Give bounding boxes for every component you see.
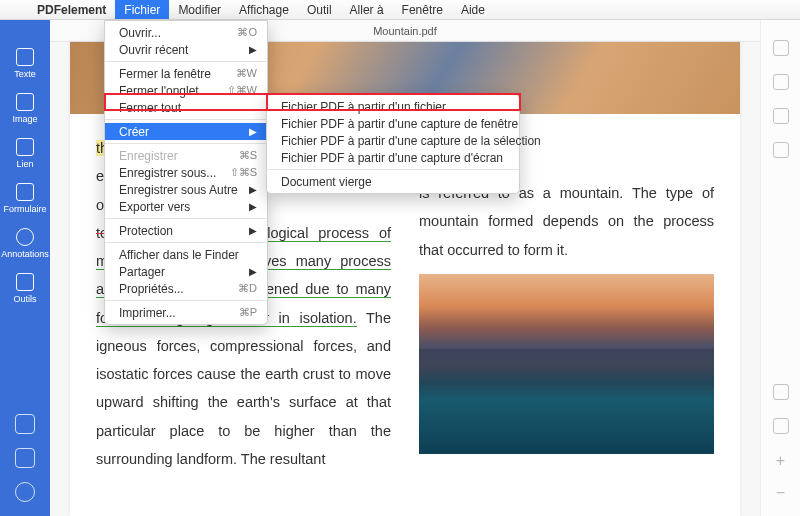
create-submenu-item[interactable]: Fichier PDF à partir d'une capture de la… — [267, 132, 519, 149]
menu-item-label: Créer — [119, 125, 149, 139]
menu-item-label: Protection — [119, 224, 173, 238]
menu-item-label: Fichier PDF à partir d'une capture d'écr… — [281, 151, 503, 165]
right-sidebar: + − — [760, 20, 800, 516]
form-tool-label: Formulaire — [3, 204, 46, 214]
form-tool[interactable]: Formulaire — [3, 183, 46, 214]
create-submenu-item[interactable]: Document vierge — [267, 173, 519, 190]
tools-tool[interactable]: Outils — [13, 273, 36, 304]
annotations-tool[interactable]: Annotations — [1, 228, 49, 259]
file-menu-item[interactable]: Imprimer...⌘P — [105, 304, 267, 321]
zoom-in-button[interactable]: + — [776, 452, 785, 470]
thumbnails-icon[interactable] — [773, 40, 789, 56]
menu-aller-a[interactable]: Aller à — [341, 0, 393, 19]
document-tab[interactable]: Mountain.pdf — [373, 25, 437, 37]
menu-aide[interactable]: Aide — [452, 0, 494, 19]
file-menu-item[interactable]: Enregistrer sous...⇧⌘S — [105, 164, 267, 181]
menu-item-label: Document vierge — [281, 175, 372, 189]
menu-affichage[interactable]: Affichage — [230, 0, 298, 19]
text-tool-label: Texte — [14, 69, 36, 79]
file-menu-item[interactable]: Fermer la fenêtre⌘W — [105, 65, 267, 82]
file-menu-item[interactable]: Partager▶ — [105, 263, 267, 280]
menu-item-label: Ouvrir récent — [119, 43, 188, 57]
app-name[interactable]: PDFelement — [28, 3, 115, 17]
menu-item-label: Fermer l'onglet — [119, 84, 199, 98]
fit-page-icon[interactable] — [773, 418, 789, 434]
create-submenu-item[interactable]: Fichier PDF à partir d'un fichier... — [267, 98, 519, 115]
file-menu-item[interactable]: Propriétés...⌘D — [105, 280, 267, 297]
submenu-arrow-icon: ▶ — [249, 126, 257, 137]
image-tool-label: Image — [12, 114, 37, 124]
menu-item-label: Enregistrer sous Autre — [119, 183, 238, 197]
menubar: PDFelement Fichier Modifier Affichage Ou… — [0, 0, 800, 20]
link-tool[interactable]: Lien — [16, 138, 34, 169]
image-icon — [16, 93, 34, 111]
image-tool[interactable]: Image — [12, 93, 37, 124]
redo-button[interactable] — [15, 448, 35, 468]
user-button[interactable] — [15, 482, 35, 502]
text-tool[interactable]: Texte — [14, 48, 36, 79]
file-menu-item[interactable]: Exporter vers▶ — [105, 198, 267, 215]
annotations-icon — [16, 228, 34, 246]
menu-item-label: Enregistrer — [119, 149, 178, 163]
tools-icon — [16, 273, 34, 291]
file-menu-dropdown: Ouvrir...⌘OOuvrir récent▶Fermer la fenêt… — [104, 20, 268, 325]
menu-item-label: Fermer tout — [119, 101, 181, 115]
menu-fichier[interactable]: Fichier — [115, 0, 169, 19]
tools-tool-label: Outils — [13, 294, 36, 304]
menu-item-label: Exporter vers — [119, 200, 190, 214]
text-icon — [16, 48, 34, 66]
file-menu-item[interactable]: Enregistrer sous Autre▶ — [105, 181, 267, 198]
menu-fenetre[interactable]: Fenêtre — [393, 0, 452, 19]
fit-width-icon[interactable] — [773, 384, 789, 400]
shortcut-label: ⌘D — [238, 282, 257, 295]
menu-modifier[interactable]: Modifier — [169, 0, 230, 19]
menu-item-label: Imprimer... — [119, 306, 176, 320]
annotations-tool-label: Annotations — [1, 249, 49, 259]
shortcut-label: ⇧⌘S — [230, 166, 257, 179]
submenu-arrow-icon: ▶ — [249, 266, 257, 277]
search-icon[interactable] — [773, 108, 789, 124]
menu-item-label: Enregistrer sous... — [119, 166, 216, 180]
menu-item-label: Ouvrir... — [119, 26, 161, 40]
zoom-out-button[interactable]: − — [776, 484, 785, 502]
menu-item-label: Propriétés... — [119, 282, 184, 296]
file-menu-item: Enregistrer⌘S — [105, 147, 267, 164]
submenu-arrow-icon: ▶ — [249, 201, 257, 212]
shortcut-label: ⇧⌘W — [227, 84, 257, 97]
form-icon — [16, 183, 34, 201]
menu-item-label: Afficher dans le Finder — [119, 248, 239, 262]
file-menu-item[interactable]: Ouvrir récent▶ — [105, 41, 267, 58]
submenu-arrow-icon: ▶ — [249, 44, 257, 55]
shortcut-label: ⌘O — [237, 26, 257, 39]
file-menu-item[interactable]: Créer▶ — [105, 123, 267, 140]
create-submenu: Fichier PDF à partir d'un fichier...Fich… — [266, 94, 520, 194]
menu-item-label: Fermer la fenêtre — [119, 67, 211, 81]
link-tool-label: Lien — [16, 159, 33, 169]
link-icon — [16, 138, 34, 156]
menu-item-label: Partager — [119, 265, 165, 279]
file-menu-item[interactable]: Fermer tout — [105, 99, 267, 116]
left-toolbar: Texte Image Lien Formulaire Annotations … — [0, 20, 50, 516]
bookmarks-icon[interactable] — [773, 74, 789, 90]
create-submenu-item[interactable]: Fichier PDF à partir d'une capture d'écr… — [267, 149, 519, 166]
menu-item-label: Fichier PDF à partir d'une capture de fe… — [281, 117, 518, 131]
undo-button[interactable] — [15, 414, 35, 434]
file-menu-item[interactable]: Afficher dans le Finder — [105, 246, 267, 263]
file-menu-item[interactable]: Fermer l'onglet⇧⌘W — [105, 82, 267, 99]
shortcut-label: ⌘S — [239, 149, 257, 162]
create-submenu-item[interactable]: Fichier PDF à partir d'une capture de fe… — [267, 115, 519, 132]
menu-item-label: Fichier PDF à partir d'une capture de la… — [281, 134, 541, 148]
lake-image — [419, 274, 714, 454]
menu-item-label: Fichier PDF à partir d'un fichier... — [281, 100, 455, 114]
comments-icon[interactable] — [773, 142, 789, 158]
shortcut-label: ⌘P — [239, 306, 257, 319]
file-menu-item[interactable]: Ouvrir...⌘O — [105, 24, 267, 41]
body-text: is referred to as a mountain. The type o… — [419, 185, 714, 258]
shortcut-label: ⌘W — [236, 67, 257, 80]
file-menu-item[interactable]: Protection▶ — [105, 222, 267, 239]
body-text: The igneous forces, compressional forces… — [96, 310, 391, 467]
menu-outil[interactable]: Outil — [298, 0, 341, 19]
submenu-arrow-icon: ▶ — [249, 225, 257, 236]
submenu-arrow-icon: ▶ — [249, 184, 257, 195]
